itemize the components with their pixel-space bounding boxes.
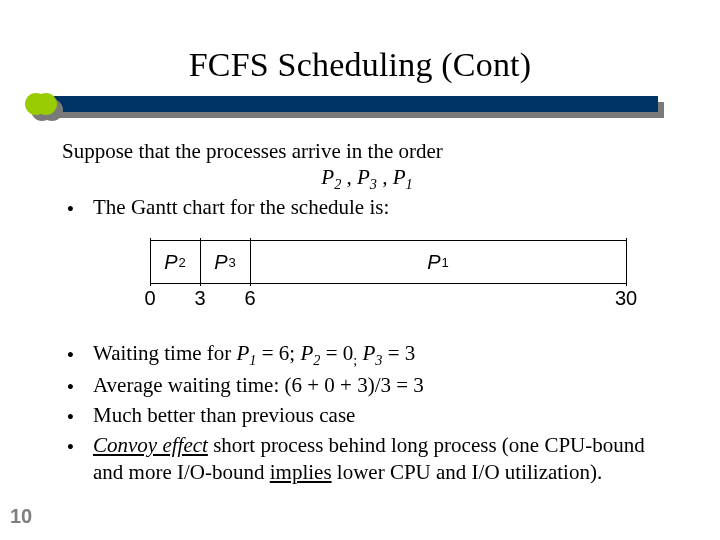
- gantt-axis-label: 0: [144, 287, 155, 310]
- bullet-text: The Gantt chart for the schedule is:: [93, 194, 672, 222]
- bullet-text: Average waiting time: (6 + 0 + 3)/3 = 3: [93, 372, 680, 400]
- bullet-item: • Waiting time for P1 = 6; P2 = 0; P3 = …: [62, 340, 680, 370]
- body-text: Suppose that the processes arrive in the…: [62, 138, 672, 222]
- bullet-item: • Convoy effect short process behind lon…: [62, 432, 680, 485]
- bullet-item: • Much better than previous case: [62, 402, 680, 430]
- bullet-text: Waiting time for P1 = 6; P2 = 0; P3 = 3: [93, 340, 680, 370]
- intro-line: Suppose that the processes arrive in the…: [62, 138, 672, 164]
- bullet-text: Much better than previous case: [93, 402, 680, 430]
- gantt-chart: P2 P3 P1 0 3 6 30: [150, 240, 626, 284]
- slide: FCFS Scheduling (Cont) Suppose that the …: [0, 0, 720, 540]
- bullet-icon: •: [62, 340, 79, 370]
- bullet-gantt-intro: • The Gantt chart for the schedule is:: [62, 194, 672, 222]
- gantt-tick: [626, 238, 627, 286]
- title-rule: [34, 96, 664, 118]
- slide-title: FCFS Scheduling (Cont): [0, 46, 720, 84]
- process-order: P2 , P3 , P1: [62, 164, 672, 194]
- bullet-item: • Average waiting time: (6 + 0 + 3)/3 = …: [62, 372, 680, 400]
- bullet-icon: •: [62, 194, 79, 222]
- accent-disc-icon: [35, 93, 57, 115]
- bullet-icon: •: [62, 372, 79, 400]
- bullet-text: Convoy effect short process behind long …: [93, 432, 680, 485]
- page-number: 10: [10, 505, 32, 528]
- gantt-segment-p1: P1: [250, 241, 626, 283]
- bullet-list: • Waiting time for P1 = 6; P2 = 0; P3 = …: [62, 338, 680, 485]
- title-rule-bar: [34, 96, 658, 112]
- bullet-icon: •: [62, 402, 79, 430]
- gantt-bar: P2 P3 P1 0 3 6 30: [150, 240, 626, 284]
- bullet-icon: •: [62, 432, 79, 485]
- gantt-axis-label: 30: [615, 287, 637, 310]
- gantt-axis-label: 6: [244, 287, 255, 310]
- gantt-segment-p3: P3: [200, 241, 250, 283]
- gantt-axis-label: 3: [194, 287, 205, 310]
- gantt-segment-p2: P2: [150, 241, 200, 283]
